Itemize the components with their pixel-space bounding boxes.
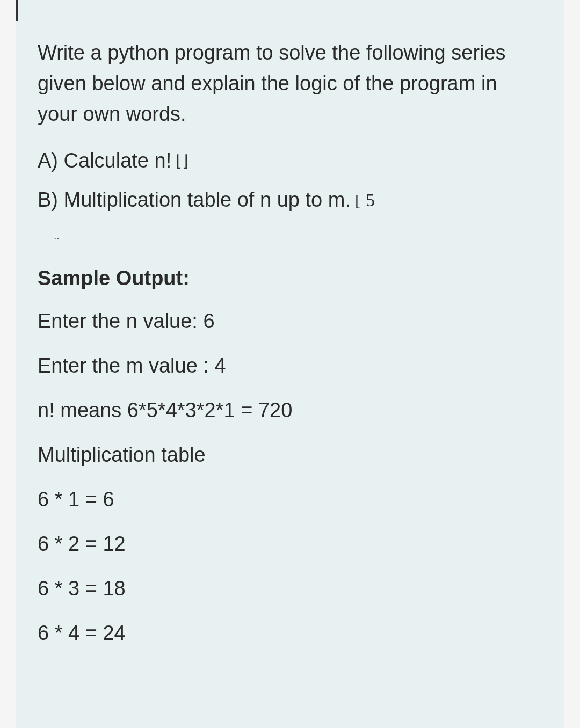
output-line-2: Enter the m value : 4 <box>38 351 542 381</box>
intro-text: Write a python program to solve the foll… <box>38 38 542 129</box>
part-a-label: A) Calculate n! <box>38 145 171 176</box>
annotation-bracket-icon: [ <box>355 188 360 212</box>
annotation-number: 5 <box>366 186 375 214</box>
annotation-bracket-icon: ⌊⌋ <box>176 149 189 173</box>
sample-output-heading: Sample Output: <box>38 267 542 290</box>
content-card: Write a python program to solve the foll… <box>16 0 564 728</box>
erased-area: ‥ <box>38 224 542 251</box>
output-line-5: 6 * 1 = 6 <box>38 484 542 515</box>
part-b-label: B) Multiplication table of n up to m. <box>38 185 351 215</box>
output-line-8: 6 * 4 = 24 <box>38 618 542 649</box>
smudge-dots: ‥ <box>54 231 61 242</box>
part-b-line: B) Multiplication table of n up to m. [ … <box>38 185 542 215</box>
output-line-4: Multiplication table <box>38 440 542 470</box>
left-border-mark <box>16 0 18 21</box>
output-line-7: 6 * 3 = 18 <box>38 573 542 604</box>
page-container: Write a python program to solve the foll… <box>0 0 580 728</box>
output-line-6: 6 * 2 = 12 <box>38 529 542 559</box>
part-a-line: A) Calculate n! ⌊⌋ <box>38 145 542 176</box>
output-line-3: n! means 6*5*4*3*2*1 = 720 <box>38 395 542 426</box>
output-line-1: Enter the n value: 6 <box>38 306 542 337</box>
